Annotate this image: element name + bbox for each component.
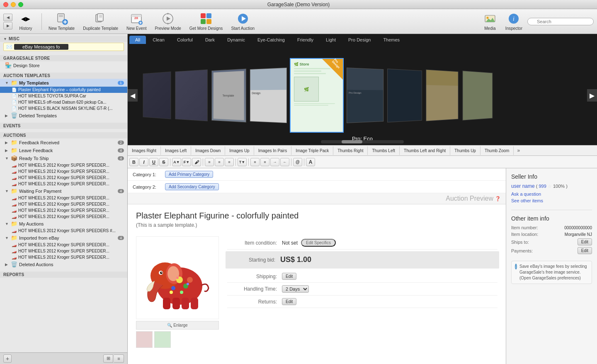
ebay-messages-item[interactable]: ✉️ eBay Messages fo [3, 43, 124, 51]
tab-friendly[interactable]: Friendly [291, 36, 319, 44]
returns-edit-button[interactable]: Edit [282, 298, 296, 305]
list-ul-button[interactable]: ≡ [250, 158, 260, 166]
align-center-button[interactable]: ≡ [215, 158, 224, 166]
layout-tab-images-right[interactable]: Images Right [128, 146, 161, 155]
add-primary-category-button[interactable]: Add Primary Category [165, 171, 213, 178]
indent-out-button[interactable]: ← [280, 158, 289, 166]
at-button[interactable]: @ [293, 158, 302, 166]
maximize-button[interactable] [18, 2, 23, 7]
add-secondary-category-button[interactable]: Add Secondary Category [165, 183, 219, 190]
imported-2[interactable]: 🏎️ HOT WHEELS 2012 Kroger SUPER SPEEDER.… [0, 248, 127, 254]
start-auction-button[interactable]: Start Auction [228, 10, 258, 32]
tab-colorful[interactable]: Colorful [171, 36, 199, 44]
payments-edit-button[interactable]: Edit [578, 247, 592, 254]
showcase-item-left-3[interactable]: Design [250, 68, 287, 123]
new-template-button[interactable]: New Template [45, 10, 78, 32]
shipping-edit-button[interactable]: Edit [282, 273, 296, 280]
ask-question-link[interactable]: Ask a question [511, 192, 592, 197]
ready-ship-1[interactable]: 🏎️ HOT WHEELS 2012 Kroger SUPER SPEEDER.… [0, 162, 127, 168]
waiting-1[interactable]: 🏎️ HOT WHEELS 2012 Kroger SUPER SPEEDER.… [0, 195, 127, 201]
strikethrough-button[interactable]: S [159, 158, 168, 166]
ready-to-ship-item[interactable]: ▼ 📦 Ready To Ship 4 [0, 154, 127, 162]
auction-preview-help[interactable]: ❓ [495, 196, 501, 201]
highlight-button[interactable]: 🖌 [192, 158, 201, 166]
feedback-received-item[interactable]: ▶ 📁 Feedback Received 2 [0, 138, 127, 146]
showcase-item-right-1[interactable]: Pro Design [347, 68, 383, 123]
italic-button[interactable]: I [139, 158, 148, 166]
layout-tab-images-pairs[interactable]: Images In Pairs [254, 146, 291, 155]
list-ol-button[interactable]: ≡ [260, 158, 269, 166]
duplicate-template-button[interactable]: Duplicate Template [80, 10, 121, 32]
layout-tab-image-triple[interactable]: Image Triple Pack [291, 146, 333, 155]
imported-3[interactable]: 🏎️ HOT WHEELS 2012 Kroger SUPER SPEEDER.… [0, 254, 127, 260]
layout-tab-thumbs-lr[interactable]: Thumbs Left and Right [400, 146, 450, 155]
thumbnail-1[interactable] [136, 331, 153, 348]
preview-mode-button[interactable]: Preview Mode [151, 10, 184, 32]
thumbnail-2[interactable] [154, 331, 171, 348]
close-button[interactable] [3, 2, 8, 7]
list-view-button[interactable]: ≡ [114, 354, 124, 363]
layout-tab-images-left[interactable]: Images Left [161, 146, 191, 155]
inspector-button[interactable]: i Inspector [502, 10, 526, 32]
ships-to-edit-button[interactable]: Edit [578, 238, 592, 245]
indent-button[interactable]: T▼ [238, 158, 247, 166]
edit-specifics-button[interactable]: Edit Specifics [301, 239, 336, 247]
leave-feedback-item[interactable]: ▶ 📁 Leave Feedback 4 [0, 146, 127, 154]
tab-all[interactable]: All [129, 36, 146, 44]
tab-themes[interactable]: Themes [377, 36, 405, 44]
misc-header[interactable]: ▼ MISC [0, 36, 127, 42]
media-button[interactable]: Media [480, 10, 500, 32]
align-left-button[interactable]: ≡ [205, 158, 214, 166]
tab-light[interactable]: Light [320, 36, 342, 44]
bold-button[interactable]: B [129, 158, 138, 166]
add-item-button[interactable]: + [3, 354, 12, 363]
my-templates-group[interactable]: ▼ 📁 My Templates 1 [0, 79, 127, 87]
enlarge-button[interactable]: 🔍 Enlarge [136, 321, 219, 330]
design-store-item[interactable]: 🏪 Design Store [0, 61, 127, 69]
tab-dynamic[interactable]: Dynamic [221, 36, 251, 44]
showcase-next-button[interactable]: ▶ [587, 89, 597, 102]
font-size-big-button[interactable]: A [306, 158, 315, 166]
search-input[interactable] [527, 18, 594, 25]
back-button[interactable]: ◀ [3, 14, 12, 21]
ready-ship-3[interactable]: 🏎️ HOT WHEELS 2012 Kroger SUPER SPEEDER.… [0, 175, 127, 181]
layout-tab-thumbs-up[interactable]: Thumbs Up [450, 146, 481, 155]
imported-from-ebay-item[interactable]: ▼ 📁 Imported from eBay 4 [0, 234, 127, 242]
showcase-scrollbar[interactable] [321, 140, 404, 143]
imported-1[interactable]: 🏎️ HOT WHEELS 2012 Kroger SUPER SPEEDER.… [0, 242, 127, 248]
showcase-item-right-2[interactable] [387, 68, 422, 122]
deleted-auctions-item[interactable]: ▶ 🗑️ Deleted Auctions [0, 260, 127, 268]
showcase-item-far-left-1[interactable] [143, 71, 171, 119]
showcase-item-center[interactable]: ProDesign 🌿 Store 🌿 [290, 58, 344, 133]
minimize-button[interactable] [11, 2, 16, 7]
align-right-button[interactable]: ≡ [225, 158, 234, 166]
ready-ship-2[interactable]: 🏎️ HOT WHEELS 2012 Kroger SUPER SPEEDER.… [0, 168, 127, 175]
font-size-button[interactable]: A▼ [172, 158, 181, 166]
layout-tab-more[interactable]: » [514, 146, 523, 155]
deleted-templates-item[interactable]: ▶ 🗑️ Deleted Templates [0, 112, 127, 119]
showcase-item-left-1[interactable] [175, 69, 207, 121]
font-color-button[interactable]: F▼ [182, 158, 191, 166]
showcase-scroll-thumb[interactable] [342, 140, 362, 143]
get-more-designs-button[interactable]: Get More Designs [186, 10, 226, 32]
ready-ship-4[interactable]: 🏎️ HOT WHEELS 2012 Kroger SUPER SPEEDER.… [0, 181, 127, 187]
tab-eye-catching[interactable]: Eye-Catching [252, 36, 291, 44]
see-other-items-link[interactable]: See other items [511, 198, 592, 203]
waiting-2[interactable]: 🏎️ HOT WHEELS 2012 Kroger SUPER SPEEDER.… [0, 201, 127, 207]
tab-clean[interactable]: Clean [147, 36, 170, 44]
my-auctions-1[interactable]: 🏎️ HOT WHEELS 2012 Kroger SUPER SPEEDERS… [0, 228, 127, 234]
layout-tab-thumb-zoom[interactable]: Thumb Zoom [481, 146, 514, 155]
tab-dark[interactable]: Dark [199, 36, 221, 44]
template-item-datsun[interactable]: 📄 HOT WHEELS off-road Datsun 620 pickup … [0, 99, 127, 105]
showcase-item-left-2[interactable]: Template [211, 68, 246, 122]
forward-button[interactable]: ▶ [3, 22, 12, 29]
waiting-for-payment-item[interactable]: ▼ 📁 Waiting For Payment 4 [0, 187, 127, 195]
layout-tab-images-up[interactable]: Images Up [225, 146, 254, 155]
grid-view-button[interactable]: ⊞ [103, 354, 113, 363]
seller-name[interactable]: user name [511, 183, 535, 189]
layout-tab-images-down[interactable]: Images Down [191, 146, 225, 155]
template-item-elephant[interactable]: 📄 Plaster Elephant Figurine – colorfully… [0, 87, 127, 93]
waiting-3[interactable]: 🏎️ HOT WHEELS 2012 Kroger SUPER SPEEDER.… [0, 207, 127, 214]
new-event-button[interactable]: 28 New Event [123, 10, 150, 32]
underline-button[interactable]: U [149, 158, 158, 166]
